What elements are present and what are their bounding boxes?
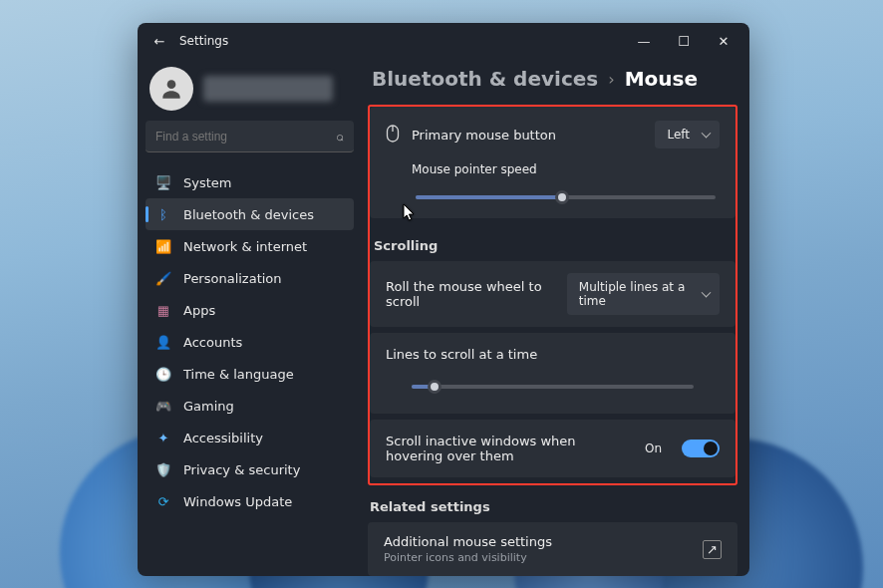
nav-icon: 🛡️	[155, 461, 171, 477]
scrolling-header: Scrolling	[370, 224, 736, 261]
svg-point-0	[167, 80, 176, 89]
sidebar-item-time-language[interactable]: 🕒Time & language	[146, 358, 354, 390]
chevron-right-icon: ›	[608, 70, 614, 89]
lines-at-time-slider[interactable]	[412, 380, 694, 394]
lines-at-time-label: Lines to scroll at a time	[386, 347, 720, 362]
nav-icon: 🖌️	[155, 270, 171, 286]
sidebar: ⌕ 🖥️SystemᛒBluetooth & devices📶Network &…	[138, 59, 362, 576]
nav-icon: 🎮	[155, 398, 171, 414]
sidebar-item-privacy-security[interactable]: 🛡️Privacy & security	[146, 453, 354, 485]
highlighted-region: Primary mouse button Left Mouse pointer …	[368, 105, 737, 485]
primary-mouse-label: Primary mouse button	[412, 128, 556, 143]
nav-icon: 👤	[155, 334, 171, 350]
search-input[interactable]	[155, 130, 336, 144]
sidebar-item-windows-update[interactable]: ⟳Windows Update	[146, 485, 354, 517]
close-button[interactable]: ✕	[704, 25, 743, 57]
wheel-mode-card: Roll the mouse wheel to scroll Multiple …	[370, 261, 736, 327]
search-box[interactable]: ⌕	[146, 121, 354, 152]
sidebar-item-apps[interactable]: ▦Apps	[146, 294, 354, 326]
lines-at-time-card: Lines to scroll at a time	[370, 333, 736, 414]
pointer-speed-label: Mouse pointer speed	[412, 162, 720, 176]
profile-block[interactable]	[146, 63, 354, 121]
profile-name-redacted	[203, 76, 333, 102]
nav-label: Personalization	[183, 271, 282, 286]
sidebar-item-accessibility[interactable]: ✦Accessibility	[146, 422, 354, 453]
close-icon: ✕	[719, 34, 730, 49]
related-settings-header: Related settings	[368, 485, 737, 522]
nav-label: Windows Update	[183, 494, 292, 509]
maximize-button[interactable]: ☐	[664, 25, 704, 57]
additional-mouse-sub: Pointer icons and visibility	[384, 551, 552, 564]
inactive-scroll-toggle[interactable]	[682, 440, 720, 457]
breadcrumb-current: Mouse	[625, 67, 698, 91]
primary-mouse-card: Primary mouse button Left Mouse pointer …	[370, 107, 736, 218]
breadcrumb-parent[interactable]: Bluetooth & devices	[372, 67, 598, 91]
settings-window: ← Settings — ☐ ✕ ⌕ 🖥️SystemᛒBluetooth & …	[138, 23, 749, 576]
inactive-scroll-state: On	[645, 441, 662, 455]
sidebar-item-accounts[interactable]: 👤Accounts	[146, 326, 354, 358]
inactive-scroll-label: Scroll inactive windows when hovering ov…	[386, 434, 595, 463]
sidebar-item-network-internet[interactable]: 📶Network & internet	[146, 230, 354, 262]
nav-icon: 📶	[155, 238, 171, 254]
person-icon	[158, 76, 184, 102]
sidebar-item-personalization[interactable]: 🖌️Personalization	[146, 262, 354, 294]
minimize-button[interactable]: —	[624, 25, 664, 57]
additional-mouse-title: Additional mouse settings	[384, 534, 552, 549]
sidebar-item-system[interactable]: 🖥️System	[146, 166, 354, 198]
nav-label: Apps	[183, 303, 215, 318]
nav-icon: ⟳	[155, 493, 171, 509]
nav-label: Accounts	[183, 335, 242, 350]
nav-icon: ▦	[155, 302, 171, 318]
nav-icon: ᛒ	[155, 206, 171, 222]
sidebar-item-gaming[interactable]: 🎮Gaming	[146, 390, 354, 422]
nav-label: System	[183, 175, 231, 190]
back-button[interactable]: ←	[144, 25, 175, 57]
content-pane: Bluetooth & devices › Mouse Primary mous…	[362, 59, 749, 576]
minimize-icon: —	[638, 34, 651, 49]
nav-label: Network & internet	[183, 239, 307, 254]
nav-label: Accessibility	[183, 431, 263, 445]
nav-icon: ✦	[155, 430, 171, 445]
additional-mouse-card[interactable]: Additional mouse settings Pointer icons …	[368, 522, 737, 576]
nav-label: Bluetooth & devices	[183, 207, 314, 222]
wheel-mode-dropdown[interactable]: Multiple lines at a time	[567, 273, 720, 315]
nav-label: Privacy & security	[183, 462, 300, 477]
primary-mouse-dropdown[interactable]: Left	[655, 121, 720, 148]
breadcrumb: Bluetooth & devices › Mouse	[368, 59, 737, 105]
nav-icon: 🖥️	[155, 174, 171, 190]
maximize-icon: ☐	[678, 34, 690, 49]
nav-label: Time & language	[183, 367, 294, 382]
open-external-icon: ↗	[703, 540, 722, 559]
avatar	[149, 67, 193, 111]
mouse-icon	[386, 125, 400, 146]
pointer-speed-slider[interactable]	[416, 190, 716, 204]
inactive-scroll-card: Scroll inactive windows when hovering ov…	[370, 420, 736, 477]
search-icon: ⌕	[336, 129, 344, 144]
nav-label: Gaming	[183, 399, 234, 414]
wheel-mode-label: Roll the mouse wheel to scroll	[386, 279, 543, 309]
app-title: Settings	[179, 34, 228, 48]
nav-icon: 🕒	[155, 366, 171, 382]
titlebar: ← Settings — ☐ ✕	[138, 23, 749, 59]
arrow-left-icon: ←	[154, 34, 165, 49]
sidebar-item-bluetooth-devices[interactable]: ᛒBluetooth & devices	[146, 198, 354, 230]
nav-list: 🖥️SystemᛒBluetooth & devices📶Network & i…	[146, 166, 354, 517]
